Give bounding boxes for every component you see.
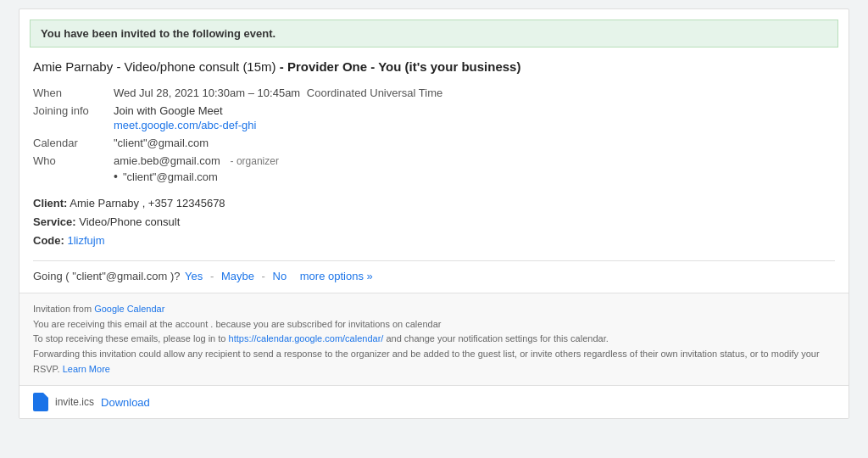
who-organizer-tag: - organizer xyxy=(231,155,279,167)
event-details-table: When Wed Jul 28, 2021 10:30am – 10:45am … xyxy=(33,84,835,186)
join-meet-text: Join with Google Meet xyxy=(114,104,830,117)
email-container: You have been invited to the following e… xyxy=(19,8,849,419)
going-email: "client"@gmail.com xyxy=(72,270,167,282)
going-yes-link[interactable]: Yes xyxy=(185,270,203,282)
event-title: Amie Parnaby - Video/phone consult (15m)… xyxy=(33,58,835,75)
extra-info: Client: Amie Parnaby , +357 12345678 Ser… xyxy=(33,194,835,250)
calendar-value: "client"@gmail.com xyxy=(114,134,835,152)
invite-banner: You have been invited to the following e… xyxy=(30,20,838,47)
who-label: Who xyxy=(33,152,114,186)
dash2: - xyxy=(262,270,265,282)
joining-value: Join with Google Meet meet.google.com/ab… xyxy=(114,102,835,134)
joining-row: Joining info Join with Google Meet meet.… xyxy=(33,102,835,134)
dash1: - xyxy=(210,270,214,282)
service-value: Video/Phone consult xyxy=(79,215,180,228)
who-organizer-email: amie.beb@gmail.com xyxy=(114,154,220,167)
when-label: When xyxy=(33,84,114,102)
going-maybe-link[interactable]: Maybe xyxy=(221,270,254,282)
when-value: Wed Jul 28, 2021 10:30am – 10:45am Coord… xyxy=(114,84,835,102)
when-timezone: Coordinated Universal Time xyxy=(307,87,442,99)
going-section: Going ( "client"@gmail.com )? Yes - Mayb… xyxy=(33,260,835,282)
learn-more-link[interactable]: Learn More xyxy=(63,364,110,374)
footer-invitation-prefix: Invitation from xyxy=(33,304,94,314)
who-attendee-row: • "client"@gmail.com xyxy=(114,170,830,183)
code-value: 1lizfujm xyxy=(67,234,104,247)
code-line: Code: 1lizfujm xyxy=(33,232,835,250)
joining-label: Joining info xyxy=(33,102,114,134)
ics-file-icon xyxy=(33,393,48,411)
code-label: Code: xyxy=(33,234,64,247)
going-no-link[interactable]: No xyxy=(273,270,287,282)
bullet-icon: • xyxy=(114,170,118,183)
service-line: Service: Video/Phone consult xyxy=(33,213,835,232)
footer-line3: Forwarding this invitation could allow a… xyxy=(33,347,835,377)
client-phone: , +357 12345678 xyxy=(142,197,225,209)
footer-line1: You are receiving this email at the acco… xyxy=(33,317,835,332)
service-label: Service: xyxy=(33,215,76,228)
calendar-row: Calendar "client"@gmail.com xyxy=(33,134,835,152)
footer-invitation-line: Invitation from Google Calendar xyxy=(33,302,835,317)
who-row: Who amie.beb@gmail.com - organizer • "cl… xyxy=(33,152,835,186)
footer-line2-suffix: and change your notification settings fo… xyxy=(386,333,608,344)
going-more-options-link[interactable]: more options » xyxy=(300,270,373,282)
banner-text: You have been invited to the following e… xyxy=(41,27,275,40)
calendar-email: "client"@gmail.com xyxy=(114,137,209,149)
attachment-bar: invite.ics Download xyxy=(19,385,849,418)
meet-link[interactable]: meet.google.com/abc-def-ghi xyxy=(114,119,830,131)
when-row: When Wed Jul 28, 2021 10:30am – 10:45am … xyxy=(33,84,835,102)
client-label: Client: xyxy=(33,197,67,209)
footer-section: Invitation from Google Calendar You are … xyxy=(19,293,849,385)
who-organizer-row: amie.beb@gmail.com - organizer xyxy=(114,154,830,167)
calendar-label: Calendar xyxy=(33,134,114,152)
attachment-filename: invite.ics xyxy=(55,396,94,408)
going-suffix: )? xyxy=(170,270,183,282)
google-calendar-link[interactable]: Google Calendar xyxy=(94,304,164,314)
footer-calendar-link[interactable]: https://calendar.google.com/calendar/ xyxy=(229,333,384,344)
footer-line2: To stop receiving these emails, please l… xyxy=(33,332,835,347)
event-title-bold: - Provider One - You (it's your business… xyxy=(280,59,521,74)
email-body: Amie Parnaby - Video/phone consult (15m)… xyxy=(19,54,849,293)
client-line: Client: Amie Parnaby , +357 12345678 xyxy=(33,194,835,213)
event-title-normal: Amie Parnaby - Video/phone consult (15m) xyxy=(33,59,276,74)
download-link[interactable]: Download xyxy=(101,396,150,409)
when-datetime: Wed Jul 28, 2021 10:30am – 10:45am xyxy=(114,87,300,99)
going-prefix: Going ( xyxy=(33,270,70,282)
who-value: amie.beb@gmail.com - organizer • "client… xyxy=(114,152,835,186)
footer-line2-prefix: To stop receiving these emails, please l… xyxy=(33,333,229,344)
footer-line3-text: Forwarding this invitation could allow a… xyxy=(33,349,820,374)
client-name: Amie Parnaby xyxy=(70,197,139,209)
who-attendee-email: "client"@gmail.com xyxy=(123,170,218,183)
